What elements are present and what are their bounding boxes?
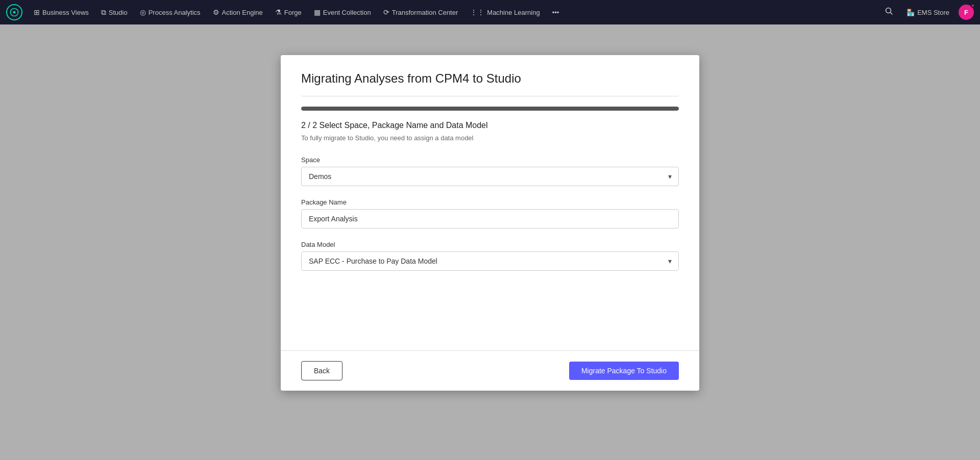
action-engine-icon: ⚙ <box>213 8 219 16</box>
progress-bar-container <box>301 107 679 111</box>
nav-business-views[interactable]: ⊞ Business Views <box>29 5 94 19</box>
migrate-package-button[interactable]: Migrate Package To Studio <box>569 362 679 380</box>
machine-learning-icon: ⋮⋮ <box>470 8 484 16</box>
svg-line-3 <box>891 13 893 15</box>
data-model-label: Data Model <box>301 241 679 248</box>
logo-icon <box>6 4 22 20</box>
ems-store-button[interactable]: 🏪 EMS Store <box>901 6 954 19</box>
nav-forge[interactable]: ⚗ Forge <box>270 5 307 19</box>
nav-process-analytics[interactable]: ◎ Process Analytics <box>135 5 206 19</box>
modal-spacer <box>301 283 679 334</box>
modal-title: Migrating Analyses from CPM4 to Studio <box>301 71 679 86</box>
space-select[interactable]: Demos Default Space My Space <box>301 167 679 186</box>
data-model-field-group: Data Model SAP ECC - Purchase to Pay Dat… <box>301 241 679 271</box>
nav-more[interactable]: ••• <box>547 6 565 19</box>
ems-store-icon: 🏪 <box>906 9 915 16</box>
back-button[interactable]: Back <box>301 361 342 380</box>
package-name-input[interactable] <box>301 209 679 228</box>
user-avatar[interactable]: F <box>959 5 974 20</box>
main-content: Migrating Analyses from CPM4 to Studio 2… <box>0 24 980 460</box>
data-model-select-wrapper: SAP ECC - Purchase to Pay Data Model SAP… <box>301 251 679 271</box>
avatar-notification-dot <box>971 4 975 8</box>
step-indicator: 2 / 2 Select Space, Package Name and Dat… <box>301 121 679 130</box>
step-description: To fully migrate to Studio, you need to … <box>301 134 679 142</box>
nav-right-section: 🏪 EMS Store F <box>881 4 974 20</box>
logo[interactable] <box>6 4 22 20</box>
nav-studio[interactable]: ⧉ Studio <box>96 5 133 20</box>
business-views-icon: ⊞ <box>34 8 40 16</box>
nav-action-engine[interactable]: ⚙ Action Engine <box>208 5 268 19</box>
search-button[interactable] <box>881 4 897 20</box>
transformation-center-icon: ⟳ <box>383 8 389 16</box>
modal-footer: Back Migrate Package To Studio <box>281 350 699 391</box>
process-analytics-icon: ◎ <box>140 8 146 16</box>
modal-dialog: Migrating Analyses from CPM4 to Studio 2… <box>281 55 699 391</box>
forge-icon: ⚗ <box>275 8 282 16</box>
space-label: Space <box>301 156 679 164</box>
space-select-wrapper: Demos Default Space My Space <box>301 167 679 186</box>
progress-bar-fill <box>301 107 679 111</box>
package-name-field-group: Package Name <box>301 198 679 228</box>
modal-body: Migrating Analyses from CPM4 to Studio 2… <box>281 55 699 350</box>
navbar: ⊞ Business Views ⧉ Studio ◎ Process Anal… <box>0 0 980 24</box>
nav-event-collection[interactable]: ▦ Event Collection <box>309 5 376 19</box>
package-name-label: Package Name <box>301 198 679 206</box>
studio-icon: ⧉ <box>101 8 106 17</box>
data-model-select[interactable]: SAP ECC - Purchase to Pay Data Model SAP… <box>301 251 679 271</box>
space-field-group: Space Demos Default Space My Space <box>301 156 679 186</box>
event-collection-icon: ▦ <box>314 8 321 16</box>
modal-title-divider <box>301 96 679 96</box>
nav-machine-learning[interactable]: ⋮⋮ Machine Learning <box>465 5 545 19</box>
nav-transformation-center[interactable]: ⟳ Transformation Center <box>378 5 463 19</box>
svg-point-1 <box>13 11 16 14</box>
